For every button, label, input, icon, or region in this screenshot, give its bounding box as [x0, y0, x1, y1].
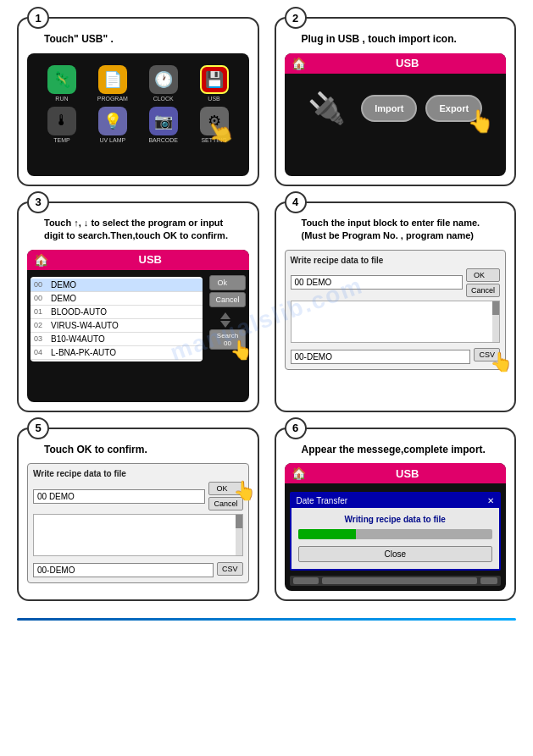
step-4-label: Touch the input block to enter file name… [285, 217, 507, 243]
dialog-row-4: 00 DEMO OK Cancel [291, 268, 501, 297]
usb-drive-icon: 🔌 [308, 91, 346, 126]
hand-pointer-2: 👆 [467, 108, 494, 135]
usb-header-title-2: USB [313, 57, 503, 69]
step-1-label: Touch" USB" . [27, 32, 249, 47]
icon-program: 📄 PROGRAM [90, 65, 136, 102]
step-6-number: 6 [285, 417, 307, 439]
step-6-body: Date Transfer ✕ Writing recipe data to f… [285, 483, 507, 591]
steps-grid: 1 Touch" USB" . 🦎 RUN 📄 PROGRAM 🕐 CLOCK [17, 17, 516, 601]
step-2-box: 2 Plug in USB , touch import icon. 🏠 USB… [275, 17, 517, 186]
list-item-0[interactable]: 00 DEMO [31, 279, 203, 292]
icon-run: 🦎 RUN [39, 65, 85, 102]
list-item-2[interactable]: 01 BLOOD-AUTO [31, 306, 203, 319]
write-recipe-dialog-4: Write recipe data to file 00 DEMO OK Can… [285, 250, 507, 370]
dialog-title-4: Write recipe data to file [291, 256, 501, 265]
usb-header-6: 🏠 USB [285, 463, 507, 483]
icon-uvlamp: 💡 UV LAMP [90, 107, 136, 143]
filename-input-4[interactable]: 00-DEMO [291, 350, 471, 364]
clock-label: CLOCK [153, 96, 174, 102]
step-5-label: Touch OK to confirm. [27, 443, 249, 457]
step-4-dialog-area: Write recipe data to file 00 DEMO OK Can… [285, 250, 507, 370]
clock-icon-circle: 🕐 [149, 65, 178, 94]
usb-header-2: 🏠 USB [285, 53, 507, 74]
uvlamp-label: UV LAMP [99, 137, 125, 143]
transfer-body-6: Writing recipe data to file Close [291, 508, 500, 569]
usb-header-title-6: USB [313, 467, 503, 480]
dialog-input-5[interactable]: 00 DEMO [33, 489, 205, 504]
list-item-4[interactable]: 03 B10-W4AUTO [31, 333, 203, 346]
dialog-input-4[interactable]: 00 DEMO [291, 275, 463, 290]
ok-button-4[interactable]: OK [466, 268, 500, 282]
step-3-screen: 🏠 USB 00 DEMO 00 DEMO [27, 250, 249, 402]
step-2-screen: 🏠 USB 🔌 Import Export 👆 [285, 53, 507, 176]
usb-body-2: 🔌 Import Export 👆 [285, 74, 507, 143]
list-item-3[interactable]: 02 VIRUS-W4-AUTO [31, 319, 203, 333]
usb-header-title-3: USB [55, 253, 246, 266]
icon-clock: 🕐 CLOCK [141, 65, 186, 102]
step-3-number: 3 [27, 191, 49, 213]
transfer-title-text: Date Transfer [297, 496, 348, 505]
write-recipe-dialog-5: Write recipe data to file 00 DEMO OK Can… [27, 463, 249, 583]
step-2-label: Plug in USB , touch import icon. [285, 32, 507, 47]
step-5-box: 5 Touch OK to confirm. Write recipe data… [17, 428, 259, 602]
step-3-label: Touch ↑, ↓ to select the program or inpu… [27, 217, 249, 243]
home-icon-3: 🏠 [34, 253, 48, 267]
transfer-close-x[interactable]: ✕ [487, 496, 494, 505]
hand-pointer-5: 👆 [233, 480, 256, 502]
list-item-1[interactable]: 00 DEMO [31, 292, 203, 306]
arrow-down-3[interactable] [220, 321, 230, 328]
run-icon-circle: 🦎 [47, 65, 76, 94]
progress-bar-fill-6 [298, 529, 357, 539]
transfer-status-text: Writing recipe data to file [298, 515, 493, 524]
program-list: 00 DEMO 00 DEMO 01 BLOOD-AUTO [31, 273, 203, 361]
program-icon-circle: 📄 [98, 65, 127, 94]
hand-pointer-3: 👆 [230, 339, 249, 361]
list-item-5[interactable]: 04 L-BNA-PK-AUTO [31, 346, 203, 360]
usb-icon-circle[interactable]: 💾 [200, 65, 229, 94]
dialog-content-area-5 [33, 514, 243, 556]
transfer-title-6: Date Transfer ✕ [291, 494, 500, 508]
step-3-list-row: 00 DEMO 00 DEMO 01 BLOOD-AUTO [31, 273, 246, 361]
usb-label: USB [208, 96, 219, 102]
step-1-screen: 🦎 RUN 📄 PROGRAM 🕐 CLOCK 💾 USB [27, 53, 249, 176]
step-4-box: 4 Touch the input block to enter file na… [275, 201, 517, 412]
side-buttons-3: Ok Cancel Search00 [206, 273, 245, 350]
step-2-number: 2 [285, 7, 307, 29]
program-label: PROGRAM [97, 96, 128, 102]
close-button-6[interactable]: Close [298, 546, 493, 562]
step-6-box: 6 Appear the messege,complete import. 🏠 … [275, 428, 517, 602]
home-icon-2: 🏠 [291, 57, 306, 70]
step-1-box: 1 Touch" USB" . 🦎 RUN 📄 PROGRAM 🕐 CLOCK [17, 17, 259, 186]
icon-temp: 🌡 TEMP [39, 107, 85, 143]
run-label: RUN [55, 96, 68, 102]
hand-pointer-4: 👆 [490, 351, 513, 373]
csv-button-5[interactable]: CSV [217, 562, 243, 576]
home-icon-6: 🏠 [291, 466, 306, 480]
ok-button-3[interactable]: Ok [209, 275, 245, 290]
step-6-screen: 🏠 USB Date Transfer ✕ Writing recipe dat… [285, 463, 507, 591]
progress-bar-6 [298, 529, 493, 539]
filename-input-5[interactable]: 00-DEMO [33, 563, 214, 577]
uvlamp-icon-circle: 💡 [98, 107, 127, 135]
dialog-content-area-4 [291, 301, 501, 343]
icon-barcode: 📷 BARCODE [141, 107, 186, 143]
icon-usb[interactable]: 💾 USB [192, 65, 237, 102]
temp-label: TEMP [53, 137, 69, 143]
temp-icon-circle: 🌡 [47, 107, 76, 135]
cancel-button-4[interactable]: Cancel [466, 284, 500, 297]
barcode-icon-circle: 📷 [149, 107, 178, 135]
dialog-row-5: 00 DEMO OK Cancel [33, 482, 243, 510]
transfer-dialog-6: Date Transfer ✕ Writing recipe data to f… [290, 492, 502, 571]
dialog-buttons-4: OK Cancel [466, 268, 500, 297]
step-3-box: 3 Touch ↑, ↓ to select the program or in… [17, 201, 259, 412]
dialog-title-5: Write recipe data to file [33, 469, 243, 478]
step-6-label: Appear the messege,complete import. [285, 443, 507, 457]
import-button[interactable]: Import [361, 95, 417, 122]
step-5-dialog-area: Write recipe data to file 00 DEMO OK Can… [27, 463, 249, 583]
step-1-number: 1 [27, 7, 49, 29]
step-5-number: 5 [27, 417, 49, 439]
step-4-number: 4 [285, 191, 307, 213]
barcode-label: BARCODE [148, 137, 178, 143]
cancel-button-3[interactable]: Cancel [209, 292, 245, 307]
arrow-up-3[interactable] [220, 312, 230, 319]
